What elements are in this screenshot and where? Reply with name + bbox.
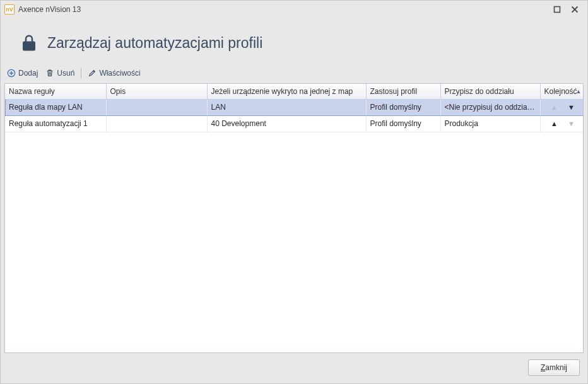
lock-icon [20, 33, 38, 52]
page-title: Zarządzaj automatyzacjami profili [47, 35, 262, 52]
rules-table: Nazwa reguły Opis Jeżeli urządzenie wykr… [4, 83, 584, 353]
close-window-button[interactable] [566, 3, 584, 16]
plus-circle-icon [7, 69, 16, 78]
dialog-footer: Zamknij [1, 353, 587, 383]
cell-rule-name: Reguła dla mapy LAN [5, 99, 106, 115]
table-row[interactable]: Reguła automatyzacji 140 DevelopmentProf… [5, 115, 584, 132]
col-rule-name[interactable]: Nazwa reguły [5, 84, 106, 99]
cell-if-device: LAN [207, 99, 366, 115]
table-header-row: Nazwa reguły Opis Jeżeli urządzenie wykr… [5, 84, 584, 99]
cell-description [106, 99, 207, 115]
cell-apply-profile: Profil domyślny [366, 99, 440, 115]
close-icon [571, 6, 579, 13]
col-assign-to[interactable]: Przypisz do oddziału [440, 84, 540, 99]
cell-order: ▲▼ [540, 115, 584, 132]
add-label: Dodaj [18, 69, 38, 78]
window-title: Axence nVision 13 [18, 5, 548, 14]
cell-apply-profile: Profil domyślny [366, 115, 440, 132]
sort-asc-icon: ▲ [576, 88, 582, 95]
col-apply-profile[interactable]: Zastosuj profil [366, 84, 440, 99]
close-button[interactable]: Zamknij [528, 359, 580, 376]
col-order[interactable]: Kolejność ▲ [540, 84, 584, 99]
cell-assign-to: Produkcja [440, 115, 540, 132]
move-up-icon[interactable]: ▲ [546, 120, 563, 127]
add-button[interactable]: Dodaj [4, 67, 40, 79]
properties-label: Właściwości [99, 69, 140, 78]
edit-icon [88, 69, 97, 78]
maximize-icon [553, 6, 561, 13]
move-down-icon: ▼ [563, 120, 580, 127]
delete-label: Usuń [57, 69, 74, 78]
properties-button[interactable]: Właściwości [85, 67, 143, 79]
col-description[interactable]: Opis [106, 84, 207, 99]
app-logo-icon: nV [4, 4, 15, 15]
move-up-icon: ▲ [546, 103, 563, 111]
table-row[interactable]: Reguła dla mapy LANLANProfil domyślny<Ni… [5, 99, 584, 115]
svg-rect-0 [555, 7, 560, 13]
delete-button[interactable]: Usuń [43, 67, 77, 79]
col-if-device[interactable]: Jeżeli urządzenie wykryto na jednej z ma… [207, 84, 366, 99]
cell-description [106, 115, 207, 132]
cell-assign-to: <Nie przypisuj do oddziału> [440, 99, 540, 115]
toolbar-separator [81, 68, 81, 78]
cell-rule-name: Reguła automatyzacji 1 [5, 115, 106, 132]
cell-if-device: 40 Development [207, 115, 366, 132]
trash-icon [45, 69, 54, 78]
move-down-icon[interactable]: ▼ [563, 103, 580, 111]
app-window: nV Axence nVision 13 Zarządzaj automatyz… [0, 0, 588, 384]
cell-order: ▲▼ [540, 99, 584, 115]
page-header: Zarządzaj automatyzacjami profili [1, 18, 587, 65]
titlebar: nV Axence nVision 13 [1, 1, 587, 18]
close-rest: amknij [545, 363, 567, 372]
maximize-button[interactable] [548, 3, 566, 16]
toolbar: Dodaj Usuń Właściwości [1, 65, 587, 83]
